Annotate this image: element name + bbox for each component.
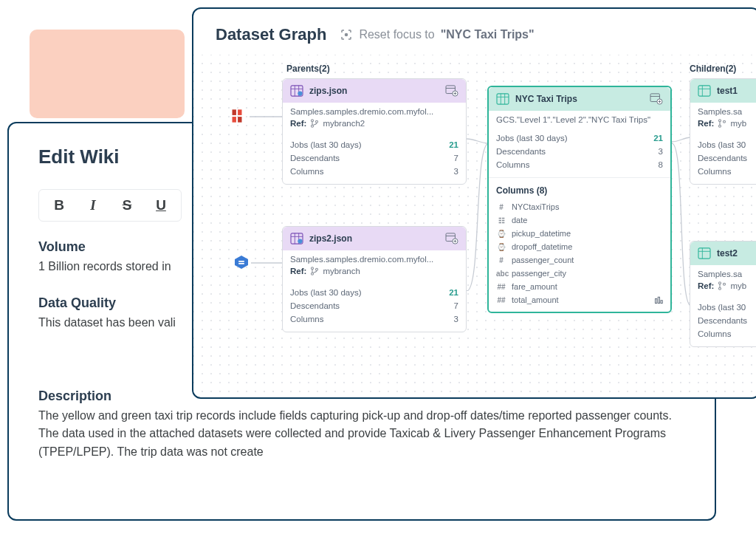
card-title: test1	[717, 86, 756, 96]
column-row: ##total_amount	[489, 293, 670, 312]
svg-point-51	[724, 120, 726, 123]
reset-target: "NYC Taxi Trips"	[441, 28, 535, 41]
card-path: GCS."Level 1"."Level 2"."NYC Taxi Trips"	[489, 111, 670, 127]
branch-icon	[310, 267, 319, 275]
svg-point-12	[298, 91, 302, 95]
italic-button[interactable]: I	[85, 197, 101, 213]
format-toolbar: B I S U	[38, 189, 182, 222]
section-body[interactable]: The yellow and green taxi trip records i…	[38, 407, 685, 462]
svg-marker-5	[235, 256, 248, 269]
jobs-link[interactable]: 21	[449, 140, 458, 149]
parents-label: Parents(2)	[286, 64, 330, 74]
column-row: abcpassenger_city	[489, 267, 670, 280]
svg-point-32	[312, 273, 314, 275]
svg-rect-3	[233, 117, 236, 123]
column-row: #NYCtaxiTrips	[489, 200, 670, 213]
branch-icon	[718, 281, 726, 290]
expand-icon[interactable]	[654, 295, 663, 304]
svg-rect-2	[238, 109, 241, 115]
svg-point-49	[719, 120, 721, 122]
columns-heading: Columns (8)	[489, 177, 670, 200]
underline-button[interactable]: U	[153, 197, 169, 213]
card-title: zips2.json	[309, 233, 439, 244]
svg-point-55	[719, 282, 721, 284]
wiki-section-description: Description The yellow and green taxi tr…	[38, 388, 685, 462]
table-icon	[290, 85, 303, 97]
svg-point-25	[298, 239, 302, 243]
card-title: test2	[717, 248, 756, 259]
table-icon	[698, 247, 711, 259]
jobs-link[interactable]: 21	[449, 288, 458, 297]
card-path: Samples.samples.dremio.com.myfol...	[283, 103, 466, 119]
svg-rect-45	[661, 301, 662, 304]
add-table-icon[interactable]	[445, 233, 458, 244]
card-path: Samples.samples.dremio.com.myfol...	[283, 250, 466, 267]
svg-point-56	[719, 287, 721, 290]
svg-point-19	[312, 125, 314, 127]
column-row: ##fare_amount	[489, 280, 670, 293]
dataset-graph-panel: Dataset Graph Reset focus to "NYC Taxi T…	[192, 7, 756, 399]
jobs-link[interactable]: 21	[653, 134, 663, 143]
card-path: Samples.sa	[690, 265, 756, 281]
child-card-test1[interactable]: test1 Samples.sa Ref: myb Jobs (last 30 …	[690, 78, 756, 185]
parent-card-zips-json[interactable]: zips.json Samples.samples.dremio.com.myf…	[282, 78, 467, 185]
table-icon	[496, 93, 509, 105]
svg-rect-6	[238, 261, 244, 262]
svg-rect-43	[656, 299, 657, 304]
column-row: #passenger_count	[489, 253, 670, 267]
card-ref: Ref: myb	[690, 281, 756, 296]
reset-prefix: Reset focus to	[359, 28, 434, 41]
add-table-icon[interactable]	[445, 85, 458, 97]
graph-header: Dataset Graph Reset focus to "NYC Taxi T…	[193, 9, 756, 55]
card-title: NYC Taxi Trips	[515, 94, 644, 104]
card-ref: Ref: mybranch	[283, 267, 466, 281]
graph-title: Dataset Graph	[216, 25, 326, 44]
focus-card-nyc-taxi[interactable]: NYC Taxi Trips GCS."Level 1"."Level 2"."…	[487, 86, 672, 313]
svg-rect-4	[238, 117, 241, 123]
add-table-icon[interactable]	[650, 93, 663, 105]
svg-point-20	[316, 120, 318, 123]
source-icon-aws[interactable]	[226, 105, 248, 127]
card-title: zips.json	[309, 86, 439, 96]
svg-rect-1	[233, 109, 236, 115]
svg-point-18	[312, 120, 314, 122]
branch-icon	[718, 119, 726, 128]
svg-rect-52	[698, 248, 710, 259]
children-label: Children(2)	[690, 64, 736, 74]
svg-point-0	[346, 34, 348, 36]
column-row: ⌚pickup_datetime	[489, 227, 670, 240]
card-path: Samples.sa	[690, 103, 756, 119]
column-row: ☷date	[489, 213, 670, 227]
reset-focus-button[interactable]: Reset focus to "NYC Taxi Trips"	[340, 28, 534, 41]
graph-canvas[interactable]: Parents(2) Children(2) zips.json Samples…	[193, 55, 756, 394]
table-icon	[698, 85, 711, 97]
column-row: ⌚dropoff_datetime	[489, 240, 670, 253]
svg-rect-7	[238, 263, 244, 264]
bold-button[interactable]: B	[51, 197, 67, 213]
card-ref: Ref: mybranch2	[283, 119, 466, 134]
svg-point-31	[312, 267, 314, 270]
svg-rect-46	[698, 86, 710, 96]
card-ref: Ref: myb	[690, 119, 756, 134]
svg-rect-34	[497, 94, 509, 104]
child-card-test2[interactable]: test2 Samples.sa Ref: myb Jobs (last 30 …	[690, 241, 756, 347]
focus-icon	[340, 28, 353, 41]
decorative-block	[30, 30, 185, 118]
strike-button[interactable]: S	[119, 197, 135, 213]
source-icon-gcs[interactable]	[230, 251, 252, 273]
svg-point-33	[316, 268, 318, 270]
branch-icon	[310, 119, 319, 128]
svg-rect-44	[658, 297, 659, 303]
parent-card-zips2-json[interactable]: zips2.json Samples.samples.dremio.com.my…	[282, 226, 467, 332]
svg-point-57	[724, 283, 726, 285]
svg-point-50	[719, 125, 721, 127]
table-icon	[290, 233, 303, 244]
